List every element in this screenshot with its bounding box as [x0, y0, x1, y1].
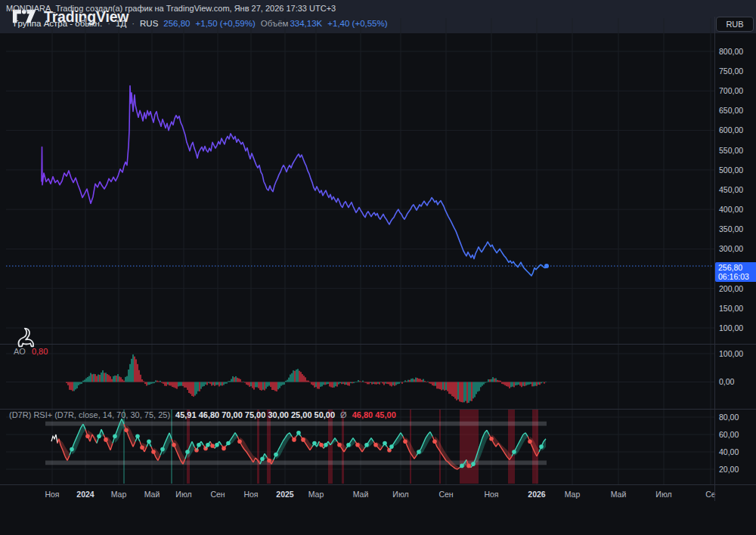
legend-separator-2: · — [132, 19, 135, 28]
dino-outline — [18, 329, 33, 347]
market-label: RUS — [140, 19, 158, 28]
ao-indicator-title[interactable]: AO — [14, 347, 26, 356]
rsi-average-values: 46,80 45,00 — [352, 410, 396, 419]
last-price-badge: 256,80 06:16:03 — [715, 262, 756, 282]
ao-indicator-legend: AO 0,80 — [14, 347, 48, 356]
currency-toggle-button[interactable]: RUB — [716, 17, 754, 32]
rsi-indicator-legend: (D7R) RSI+ (D7R, close, 14, 70, 30, 75, … — [9, 410, 396, 419]
price-change-value: +1,50 (+0,59%) — [196, 19, 256, 28]
volume-value: 334,13K — [290, 19, 322, 28]
last-price-badge-price: 256,80 — [718, 263, 756, 272]
rsi-average-symbol: Ø — [340, 410, 347, 419]
volume-label[interactable]: Объём — [261, 19, 289, 28]
symbol-title[interactable]: Группа Астра - обыкн. — [14, 19, 102, 28]
rsi-indicator-title[interactable]: (D7R) RSI+ (D7R, close, 14, 70, 30, 75, … — [9, 410, 170, 419]
chart-area[interactable] — [0, 0, 756, 535]
last-price-badge-countdown: 06:16:03 — [718, 272, 756, 281]
interval-label[interactable]: 1Д — [116, 19, 126, 28]
dino-drawing-icon[interactable] — [14, 326, 37, 349]
rsi-indicator-values: 45,91 46,80 70,00 75,00 30,00 25,00 50,0… — [175, 410, 335, 419]
volume-change-value: +1,40 (+0,55%) — [327, 19, 387, 28]
last-price-value: 256,80 — [163, 19, 190, 28]
price-line-end-dot — [544, 264, 549, 268]
legend-separator: · — [107, 19, 110, 28]
price-line-series[interactable] — [42, 86, 547, 277]
ao-indicator-value: 0,80 — [32, 347, 48, 356]
symbol-legend: Группа Астра - обыкн. · 1Д · RUS 256,80 … — [14, 19, 388, 28]
tradingview-chart-window: MONDIARA_Trading создал(а) график на Tra… — [0, 0, 756, 535]
chart-attribution-header: MONDIARA_Trading создал(а) график на Tra… — [0, 0, 756, 17]
